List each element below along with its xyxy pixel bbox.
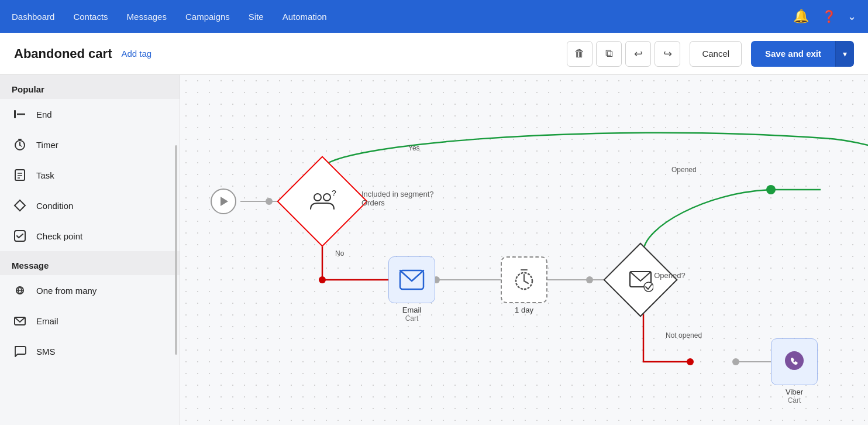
canvas-svg xyxy=(180,75,868,425)
sidebar-item-email[interactable]: Email xyxy=(0,306,180,336)
nav-icons: 🔔 ❓ ⌄ xyxy=(791,7,856,26)
email-sublabel: Cart xyxy=(405,314,419,323)
condition-node[interactable]: ? xyxy=(290,169,354,234)
help-button[interactable]: ❓ xyxy=(819,7,838,26)
condition-label: Included in segment? Orders xyxy=(361,190,434,207)
nav-site[interactable]: Site xyxy=(249,12,264,22)
page-title: Abandoned cart xyxy=(14,46,112,61)
save-button-group: Save and exit ▾ xyxy=(751,41,854,67)
one-from-many-icon xyxy=(12,282,28,299)
sidebar-label-one-from-many: One from many xyxy=(36,286,97,296)
nav-dashboard[interactable]: Dashboard xyxy=(12,12,54,22)
svg-point-29 xyxy=(732,358,739,365)
nav-messages[interactable]: Messages xyxy=(127,12,167,22)
nav-contacts[interactable]: Contacts xyxy=(73,12,108,22)
yes-label: Yes xyxy=(408,144,420,152)
save-dropdown-button[interactable]: ▾ xyxy=(835,41,854,67)
sidebar-label-sms: SMS xyxy=(36,347,56,357)
opened-question-label: Opened? xyxy=(654,271,686,280)
not-opened-dot xyxy=(687,358,694,365)
opened-label: Opened xyxy=(671,166,697,174)
not-opened-label: Not opened xyxy=(666,331,702,340)
sidebar-label-task: Task xyxy=(36,170,54,180)
email-node[interactable]: Email Cart xyxy=(388,256,435,323)
timer-node[interactable]: 1 day xyxy=(501,256,547,314)
notifications-button[interactable]: 🔔 xyxy=(791,7,810,26)
svg-point-31 xyxy=(314,194,321,201)
svg-point-24 xyxy=(319,276,326,283)
viber-label: Viber xyxy=(786,388,803,396)
condition-icon xyxy=(12,197,28,214)
svg-line-37 xyxy=(524,281,528,283)
opened-check-node[interactable]: Opened? xyxy=(614,253,667,315)
copy-button[interactable]: ⧉ xyxy=(596,41,622,67)
task-icon xyxy=(12,167,28,183)
svg-point-32 xyxy=(323,194,330,201)
sidebar-label-end: End xyxy=(36,109,52,119)
svg-point-30 xyxy=(766,185,776,194)
save-and-exit-button[interactable]: Save and exit xyxy=(751,41,835,67)
email-sidebar-icon xyxy=(12,313,28,329)
delete-button[interactable]: 🗑 xyxy=(567,41,593,67)
no-label: No xyxy=(335,249,344,258)
sidebar-label-email: Email xyxy=(36,316,58,326)
sidebar-label-checkpoint: Check point xyxy=(36,231,82,241)
nav-automation[interactable]: Automation xyxy=(283,12,327,22)
timer-label: 1 day xyxy=(515,306,533,314)
sidebar-item-end[interactable]: End xyxy=(0,99,180,129)
sidebar-item-timer[interactable]: Timer xyxy=(0,129,180,160)
sidebar-section-message: Message xyxy=(0,251,180,275)
sidebar: Popular End Timer Task Condition xyxy=(0,75,180,425)
user-menu-chevron[interactable]: ⌄ xyxy=(848,10,856,23)
sidebar-section-popular: Popular xyxy=(0,75,180,99)
sidebar-item-condition[interactable]: Condition xyxy=(0,190,180,221)
sidebar-item-task[interactable]: Task xyxy=(0,160,180,190)
undo-button[interactable]: ↩ xyxy=(625,41,651,67)
sidebar-label-condition: Condition xyxy=(36,201,73,211)
sidebar-item-checkpoint[interactable]: Check point xyxy=(0,221,180,251)
sidebar-scrollbar xyxy=(175,145,177,355)
cancel-button[interactable]: Cancel xyxy=(690,41,742,67)
viber-node[interactable]: Viber Cart xyxy=(771,338,818,405)
svg-line-4 xyxy=(20,145,22,146)
add-tag-button[interactable]: Add tag xyxy=(121,49,151,59)
svg-point-26 xyxy=(586,276,593,283)
sms-icon xyxy=(12,343,28,359)
sidebar-item-sms[interactable]: SMS xyxy=(0,336,180,366)
sub-header: Abandoned cart Add tag 🗑 ⧉ ↩ ↪ Cancel Sa… xyxy=(0,33,868,75)
sidebar-item-one-from-many[interactable]: One from many xyxy=(0,275,180,306)
canvas-area[interactable]: ? Included in segment? Orders Yes No Ema… xyxy=(180,75,868,425)
viber-sublabel: Cart xyxy=(788,396,801,405)
top-nav: Dashboard Contacts Messages Campaigns Si… xyxy=(0,0,868,33)
svg-point-23 xyxy=(266,198,273,205)
svg-text:?: ? xyxy=(332,190,336,198)
nav-campaigns[interactable]: Campaigns xyxy=(185,12,230,22)
sidebar-label-timer: Timer xyxy=(36,140,58,150)
svg-rect-6 xyxy=(15,170,25,180)
email-label: Email xyxy=(402,306,422,314)
toolbar-group: 🗑 ⧉ ↩ ↪ xyxy=(567,41,680,67)
redo-button[interactable]: ↪ xyxy=(655,41,680,67)
timer-icon xyxy=(12,136,28,153)
start-node[interactable] xyxy=(211,188,236,214)
checkpoint-icon xyxy=(12,228,28,244)
svg-rect-0 xyxy=(14,110,16,118)
end-icon xyxy=(12,106,28,122)
main-layout: Popular End Timer Task Condition xyxy=(0,75,868,425)
svg-marker-10 xyxy=(15,200,25,211)
